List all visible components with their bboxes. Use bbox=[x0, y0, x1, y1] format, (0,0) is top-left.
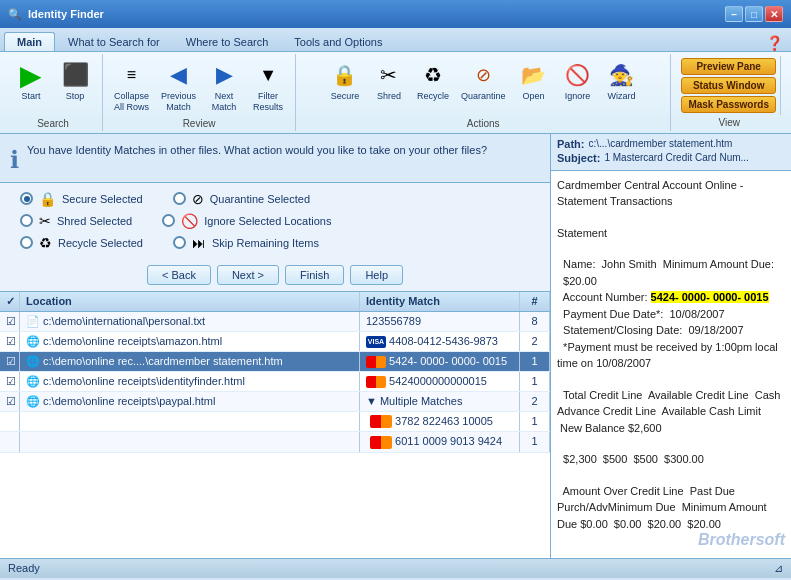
row-location bbox=[20, 432, 360, 452]
row-count: 2 bbox=[520, 332, 550, 351]
option-skip[interactable]: ⏭ Skip Remaining Items bbox=[173, 235, 319, 251]
nav-buttons: < Back Next > Finish Help bbox=[0, 259, 550, 291]
option-secure[interactable]: 🔒 Secure Selected bbox=[20, 191, 143, 207]
col-match-header: Identity Match bbox=[360, 292, 520, 311]
row-count: 2 bbox=[520, 392, 550, 411]
search-group-label: Search bbox=[37, 118, 69, 129]
table-row[interactable]: ☑ 🌐 c:\demo\online receipts\paypal.html … bbox=[0, 392, 550, 412]
ribbon-group-actions: 🔒 Secure ✂ Shred ♻ Recycle ⊘ Quarantine … bbox=[296, 54, 671, 131]
app-icon: 🔍 bbox=[8, 8, 22, 21]
row-check[interactable]: ☑ bbox=[0, 352, 20, 371]
table-row[interactable]: 3782 822463 10005 1 bbox=[0, 412, 550, 433]
tab-where-to-search[interactable]: Where to Search bbox=[173, 32, 282, 51]
next-button[interactable]: Next > bbox=[217, 265, 279, 285]
row-match: 123556789 bbox=[360, 312, 520, 331]
stop-button[interactable]: ⬛ Stop bbox=[54, 56, 96, 105]
radio-secure[interactable] bbox=[20, 192, 33, 205]
row-check[interactable]: ☑ bbox=[0, 372, 20, 391]
col-location-header: Location bbox=[20, 292, 360, 311]
option-row-2: ✂ Shred Selected 🚫 Ignore Selected Locat… bbox=[20, 213, 530, 229]
row-match: 3782 822463 10005 bbox=[360, 412, 520, 432]
row-check[interactable]: ☑ bbox=[0, 332, 20, 351]
open-button[interactable]: 📂 Open bbox=[512, 56, 554, 105]
radio-ignore[interactable] bbox=[162, 214, 175, 227]
watermark: Brothersoft bbox=[698, 528, 785, 552]
option-row-1: 🔒 Secure Selected ⊘ Quarantine Selected bbox=[20, 191, 530, 207]
maximize-button[interactable]: □ bbox=[745, 6, 763, 22]
help-button[interactable]: Help bbox=[350, 265, 403, 285]
preview-header: Path: c:\...\cardmember statement.htm Su… bbox=[551, 134, 791, 171]
back-button[interactable]: < Back bbox=[147, 265, 211, 285]
col-check-header: ✓ bbox=[0, 292, 20, 311]
status-window-button[interactable]: Status Window bbox=[681, 77, 776, 94]
row-count: 1 bbox=[520, 372, 550, 391]
row-match: 5424- 0000- 0000- 0015 bbox=[360, 352, 520, 371]
option-ignore[interactable]: 🚫 Ignore Selected Locations bbox=[162, 213, 331, 229]
title-bar: 🔍 Identity Finder – □ ✕ bbox=[0, 0, 791, 28]
app-title: Identity Finder bbox=[28, 8, 104, 20]
radio-shred[interactable] bbox=[20, 214, 33, 227]
row-count: 8 bbox=[520, 312, 550, 331]
table-row[interactable]: 6011 0009 9013 9424 1 bbox=[0, 432, 550, 453]
ribbon-tabs: Main What to Search for Where to Search … bbox=[0, 28, 791, 52]
radio-quarantine[interactable] bbox=[173, 192, 186, 205]
path-label: Path: bbox=[557, 138, 585, 150]
row-check[interactable] bbox=[0, 432, 20, 452]
start-button[interactable]: ▶ Start bbox=[10, 56, 52, 105]
option-recycle[interactable]: ♻ Recycle Selected bbox=[20, 235, 143, 251]
tab-what-to-search[interactable]: What to Search for bbox=[55, 32, 173, 51]
row-location: 🌐 c:\demo\online receipts\identityfinder… bbox=[20, 372, 360, 391]
option-shred[interactable]: ✂ Shred Selected bbox=[20, 213, 132, 229]
mask-passwords-button[interactable]: Mask Passwords bbox=[681, 96, 776, 113]
table-row-highlighted[interactable]: ☑ 🌐 c:\demo\online rec....\cardmember st… bbox=[0, 352, 550, 372]
actions-group-label: Actions bbox=[467, 118, 500, 129]
recycle-button[interactable]: ♻ Recycle bbox=[412, 56, 454, 105]
tab-main[interactable]: Main bbox=[4, 32, 55, 51]
preview-content: Cardmember Central Account Online - Stat… bbox=[551, 171, 791, 558]
quarantine-button[interactable]: ⊘ Quarantine bbox=[456, 56, 511, 105]
message-text: You have Identity Matches in other files… bbox=[27, 142, 487, 174]
previous-match-button[interactable]: ◀ PreviousMatch bbox=[156, 56, 201, 116]
ribbon-group-view: Preview Pane Status Window Mask Password… bbox=[671, 54, 787, 131]
ribbon: ▶ Start ⬛ Stop Search ≡ CollapseAll Rows… bbox=[0, 52, 791, 134]
row-check[interactable] bbox=[0, 412, 20, 432]
row-check[interactable]: ☑ bbox=[0, 312, 20, 331]
radio-recycle[interactable] bbox=[20, 236, 33, 249]
secure-button[interactable]: 🔒 Secure bbox=[324, 56, 366, 105]
option-row-3: ♻ Recycle Selected ⏭ Skip Remaining Item… bbox=[20, 235, 530, 251]
highlighted-account-number: 5424- 0000- 0000- 0015 bbox=[651, 291, 769, 303]
tab-tools-options[interactable]: Tools and Options bbox=[281, 32, 395, 51]
row-location: 🌐 c:\demo\online rec....\cardmember stat… bbox=[20, 352, 360, 371]
table-row[interactable]: ☑ 🌐 c:\demo\online receipts\identityfind… bbox=[0, 372, 550, 392]
shred-button[interactable]: ✂ Shred bbox=[368, 56, 410, 105]
review-group-label: Review bbox=[183, 118, 216, 129]
view-group-label: View bbox=[718, 117, 740, 128]
minimize-button[interactable]: – bbox=[725, 6, 743, 22]
finish-button[interactable]: Finish bbox=[285, 265, 344, 285]
next-match-button[interactable]: ▶ NextMatch bbox=[203, 56, 245, 116]
right-panel: Path: c:\...\cardmember statement.htm Su… bbox=[551, 134, 791, 558]
row-check[interactable]: ☑ bbox=[0, 392, 20, 411]
wizard-button[interactable]: 🧙 Wizard bbox=[600, 56, 642, 105]
preview-pane-button[interactable]: Preview Pane bbox=[681, 58, 776, 75]
filter-results-button[interactable]: ▼ FilterResults bbox=[247, 56, 289, 116]
table-row[interactable]: ☑ 🌐 c:\demo\online receipts\amazon.html … bbox=[0, 332, 550, 352]
resize-handle: ⊿ bbox=[774, 562, 783, 575]
table-header: ✓ Location Identity Match # bbox=[0, 292, 550, 312]
subject-label: Subject: bbox=[557, 152, 600, 164]
collapse-all-button[interactable]: ≡ CollapseAll Rows bbox=[109, 56, 154, 116]
message-box: ℹ You have Identity Matches in other fil… bbox=[0, 134, 550, 183]
table-area[interactable]: ✓ Location Identity Match # ☑ 📄 c:\demo\… bbox=[0, 291, 550, 558]
option-quarantine[interactable]: ⊘ Quarantine Selected bbox=[173, 191, 310, 207]
table-row[interactable]: ☑ 📄 c:\demo\international\personal.txt 1… bbox=[0, 312, 550, 332]
left-panel: ℹ You have Identity Matches in other fil… bbox=[0, 134, 551, 558]
path-value: c:\...\cardmember statement.htm bbox=[589, 138, 733, 150]
main-content: ℹ You have Identity Matches in other fil… bbox=[0, 134, 791, 558]
close-button[interactable]: ✕ bbox=[765, 6, 783, 22]
ignore-button[interactable]: 🚫 Ignore bbox=[556, 56, 598, 105]
options-area: 🔒 Secure Selected ⊘ Quarantine Selected … bbox=[0, 183, 550, 259]
status-bar: Ready ⊿ bbox=[0, 558, 791, 578]
ribbon-help-icon[interactable]: ❓ bbox=[766, 35, 783, 51]
row-count: 1 bbox=[520, 352, 550, 371]
radio-skip[interactable] bbox=[173, 236, 186, 249]
